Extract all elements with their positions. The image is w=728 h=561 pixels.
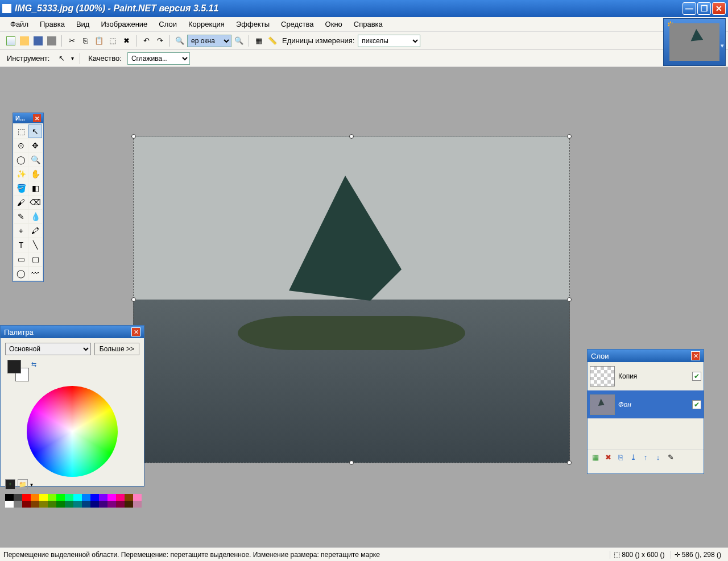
maximize-button[interactable]: ❐	[697, 2, 711, 15]
color-swatch[interactable]	[133, 494, 142, 501]
duplicate-layer-button[interactable]: ⎘	[615, 452, 626, 463]
menu-help[interactable]: Справка	[348, 18, 388, 30]
move-up-button[interactable]: ↑	[640, 452, 651, 463]
close-button[interactable]: ✕	[712, 2, 726, 15]
deselect-button[interactable]: ✖	[120, 35, 133, 47]
selection-handle-n[interactable]	[349, 134, 354, 139]
menu-image[interactable]: Изображение	[95, 18, 153, 30]
crop-button[interactable]: ⬚	[106, 35, 119, 47]
swap-colors-icon[interactable]: ⇆	[31, 361, 36, 368]
primary-color-swatch[interactable]	[7, 360, 21, 373]
dropdown-icon[interactable]: ▾	[30, 481, 33, 488]
color-swatch[interactable]	[39, 494, 48, 501]
layer-item[interactable]: Фон ✔	[588, 390, 704, 419]
color-swatch[interactable]	[39, 501, 48, 508]
layer-visibility-checkbox[interactable]: ✔	[692, 372, 701, 381]
layers-close-button[interactable]: ✕	[691, 351, 700, 360]
color-swatch[interactable]	[133, 501, 142, 508]
color-mode-select[interactable]: Основной	[5, 343, 91, 355]
color-swatch[interactable]	[31, 501, 39, 508]
tool-text[interactable]: T	[14, 238, 28, 252]
add-layer-button[interactable]: ▦	[590, 452, 601, 463]
color-swatch[interactable]	[125, 501, 133, 508]
color-swatch[interactable]	[22, 501, 31, 508]
selection-handle-w[interactable]	[131, 297, 136, 302]
color-swatch[interactable]	[73, 501, 82, 508]
tool-paintbrush[interactable]: 🖌	[14, 196, 28, 209]
tool-move-selection[interactable]: ↖	[28, 124, 42, 138]
color-swatch[interactable]	[107, 494, 116, 501]
menu-effects[interactable]: Эффекты	[230, 18, 275, 30]
zoom-in-button[interactable]: 🔍	[233, 35, 245, 47]
units-select[interactable]: пикселы	[358, 35, 420, 47]
tool-zoom[interactable]: 🔍	[28, 153, 42, 167]
color-swatch[interactable]	[56, 494, 65, 501]
tool-recolor[interactable]: 🖍	[28, 224, 42, 238]
tool-eraser[interactable]: ⌫	[28, 196, 42, 209]
new-button[interactable]	[5, 35, 17, 47]
delete-layer-button[interactable]: ✖	[602, 452, 614, 463]
color-swatch[interactable]	[107, 501, 116, 508]
color-swatch[interactable]	[125, 494, 133, 501]
merge-down-button[interactable]: ⤓	[627, 452, 639, 463]
tool-move-pixels[interactable]: ✥	[28, 139, 42, 152]
color-swatch[interactable]	[90, 501, 99, 508]
add-color-button[interactable]: +	[5, 479, 15, 489]
save-button[interactable]	[32, 35, 44, 47]
quality-select[interactable]: Сглажива...	[127, 52, 190, 65]
menu-edit[interactable]: Правка	[34, 18, 71, 30]
tool-lasso-select[interactable]: ⊙	[14, 139, 28, 152]
color-swatch[interactable]	[99, 494, 107, 501]
color-swatch[interactable]	[116, 501, 125, 508]
tool-rounded-rect[interactable]: ▢	[28, 252, 42, 266]
tool-clone-stamp[interactable]: ⌖	[14, 224, 28, 238]
color-swatch[interactable]	[14, 501, 22, 508]
menu-layers[interactable]: Слои	[153, 18, 183, 30]
color-swatch[interactable]	[99, 501, 107, 508]
more-button[interactable]: Больше >>	[94, 343, 139, 355]
zoom-select[interactable]: ер окна	[187, 35, 231, 47]
color-swatch[interactable]	[82, 494, 90, 501]
tool-pan[interactable]: ✋	[28, 167, 42, 181]
color-swatch[interactable]	[48, 494, 56, 501]
color-swatch[interactable]	[5, 501, 14, 508]
thumb-menu-icon[interactable]: ▾	[721, 42, 724, 49]
ruler-button[interactable]: 📏	[266, 35, 279, 47]
colors-titlebar[interactable]: Палитра ✕	[1, 326, 144, 338]
instrument-icon[interactable]: ↖	[55, 52, 68, 65]
selection-handle-e[interactable]	[567, 297, 572, 302]
palette-menu-button[interactable]: 📁	[18, 479, 28, 489]
tool-rectangle-select[interactable]: ⬚	[14, 124, 28, 138]
layer-item[interactable]: Копия ✔	[588, 362, 704, 390]
tool-rectangle[interactable]: ▭	[14, 252, 28, 266]
canvas-image[interactable]	[133, 136, 570, 463]
color-swatch[interactable]	[31, 494, 39, 501]
menu-adjustments[interactable]: Коррекция	[183, 18, 230, 30]
color-swatch[interactable]	[48, 501, 56, 508]
color-swatch[interactable]	[116, 494, 125, 501]
menu-file[interactable]: Файл	[5, 18, 34, 30]
tool-paint-bucket[interactable]: 🪣	[14, 181, 28, 195]
selection-handle-s[interactable]	[349, 460, 354, 465]
paste-button[interactable]: 📋	[93, 35, 105, 47]
color-swatch[interactable]	[82, 501, 90, 508]
tools-close-button[interactable]: ✕	[33, 114, 41, 122]
menu-tools[interactable]: Средства	[275, 18, 320, 30]
selection-handle-ne[interactable]	[567, 134, 572, 139]
redo-button[interactable]: ↷	[154, 35, 166, 47]
dropdown-icon[interactable]: ▾	[71, 55, 74, 61]
move-down-button[interactable]: ↓	[652, 452, 664, 463]
zoom-out-button[interactable]: 🔍	[173, 35, 186, 47]
tool-line[interactable]: ╲	[28, 238, 42, 252]
undo-button[interactable]: ↶	[140, 35, 152, 47]
tool-ellipse[interactable]: ◯	[14, 267, 28, 280]
cut-button[interactable]: ✂	[65, 35, 78, 47]
color-swatch[interactable]	[65, 494, 73, 501]
open-button[interactable]	[18, 35, 31, 47]
tool-gradient[interactable]: ◧	[28, 181, 42, 195]
color-swatch[interactable]	[65, 501, 73, 508]
tool-pencil[interactable]: ✎	[14, 210, 28, 223]
color-swatch[interactable]	[90, 494, 99, 501]
tool-ellipse-select[interactable]: ◯	[14, 153, 28, 167]
tool-magic-wand[interactable]: ✨	[14, 167, 28, 181]
